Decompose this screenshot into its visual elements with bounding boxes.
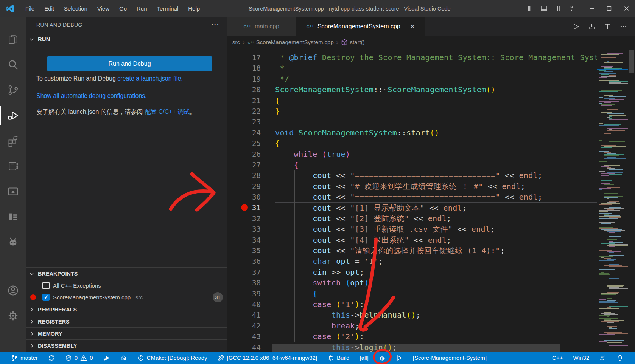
code-line[interactable]: 21{ [227, 95, 635, 106]
activity-notebook[interactable] [0, 154, 26, 178]
code-line[interactable]: 23 [227, 116, 635, 127]
status-kit[interactable]: [GCC 12.2.0 x86_64-w64-mingw32] [218, 355, 317, 361]
line-number[interactable]: 38 [227, 277, 261, 288]
line-number[interactable]: 44 [227, 342, 261, 352]
minimize-button[interactable] [583, 0, 600, 17]
toggle-panel-icon[interactable] [540, 5, 548, 12]
breakpoints-section-header[interactable]: BREAKPOINTS [26, 267, 227, 279]
install-icon[interactable] [588, 23, 596, 31]
line-number[interactable]: 39 [227, 288, 261, 299]
activity-account[interactable] [0, 279, 26, 302]
code-line[interactable]: 31 cout << "[1] 显示帮助文本" << endl; [227, 202, 635, 213]
code-line[interactable]: 20ScoreManagementSystem::~ScoreManagemen… [227, 84, 635, 95]
menu-file[interactable]: File [20, 0, 39, 17]
code-line[interactable]: 26 while (true) [227, 149, 635, 160]
maximize-button[interactable] [600, 0, 618, 17]
line-number[interactable]: 33 [227, 224, 261, 234]
activity-settings-gear[interactable] [0, 304, 26, 327]
code-line[interactable]: 38 switch (opt) [227, 277, 635, 288]
breadcrumb-src[interactable]: src [232, 39, 240, 45]
status-platform[interactable]: Win32 [573, 355, 589, 361]
code-line[interactable]: 24void ScoreManagementSystem::start() [227, 127, 635, 138]
line-number[interactable]: 37 [227, 267, 261, 277]
line-number[interactable]: 21 [227, 95, 261, 106]
tab-main-cpp[interactable]: C⁺⁺main.cpp [227, 17, 296, 36]
breadcrumb[interactable]: src›C⁺⁺ScoreManagementSystem.cpp›start() [227, 36, 635, 48]
more-actions-icon[interactable]: ⋯ [211, 19, 220, 29]
menu-terminal[interactable]: Terminal [152, 0, 184, 17]
code-line[interactable]: 17 * @brief Destroy the Score Management… [227, 52, 635, 63]
split-editor-icon[interactable] [604, 23, 612, 31]
section-disassembly[interactable]: DISASSEMBLY [26, 339, 227, 352]
breakpoint-item[interactable]: ScoreManagementSystem.cppsrc31 [26, 291, 227, 304]
menu-view[interactable]: View [92, 0, 114, 17]
line-number[interactable]: 42 [227, 321, 261, 331]
code-line[interactable]: 30 cout << "============================… [227, 192, 635, 202]
line-number[interactable]: 23 [227, 116, 261, 127]
status-bug-item[interactable] [379, 355, 386, 361]
section-peripherals[interactable]: PERIPHERALS [26, 304, 227, 316]
menu-help[interactable]: Help [183, 0, 205, 17]
code-line[interactable]: 22} [227, 106, 635, 116]
status-debug-launch[interactable] [103, 355, 110, 361]
scrollbar-thumb[interactable] [629, 50, 634, 73]
breakpoint-checkbox[interactable] [42, 282, 50, 289]
horizontal-scrollbar[interactable] [272, 344, 560, 352]
line-number[interactable]: 28 [227, 170, 261, 181]
customize-layout-icon[interactable] [566, 5, 574, 12]
line-number[interactable]: 36 [227, 256, 261, 266]
menu-go[interactable]: Go [114, 0, 132, 17]
code-line[interactable]: 29 cout << "# 欢迎来到学生成绩管理系统 ！ #" << endl; [227, 181, 635, 192]
section-registers[interactable]: REGISTERS [26, 316, 227, 328]
status-home[interactable] [120, 355, 127, 361]
line-number[interactable]: 34 [227, 235, 261, 245]
status-launch-target[interactable]: [Score-Management-System] [413, 355, 487, 361]
code-line[interactable]: 34 cout << "[4] 退出系统" << endl; [227, 235, 635, 245]
status-cmake[interactable]: CMake: [Debug]: Ready [137, 355, 207, 361]
code-line[interactable]: 25{ [227, 138, 635, 149]
code-line[interactable]: 35 cout << "请输入你的选择并按回车键继续 (1-4):"; [227, 245, 635, 256]
activity-run-debug[interactable] [0, 104, 26, 127]
line-number[interactable]: 17 [227, 52, 261, 63]
line-number[interactable]: 40 [227, 299, 261, 310]
line-number[interactable]: 43 [227, 331, 261, 342]
code-line[interactable]: 42 break; [227, 321, 635, 331]
code-line[interactable]: 40 case ('1'): [227, 299, 635, 310]
run-section-header[interactable]: RUN [29, 36, 50, 42]
code-line[interactable]: 19 */ [227, 74, 635, 84]
code-line[interactable]: 37 cin >> opt; [227, 267, 635, 277]
menu-selection[interactable]: Selection [59, 0, 92, 17]
breakpoint-checkbox[interactable] [42, 294, 50, 301]
code-line[interactable]: 43 case ('2'): [227, 331, 635, 342]
line-number[interactable]: 24 [227, 127, 261, 138]
status-problems[interactable]: 00 [65, 355, 93, 361]
tab-scoremanagementsystem-cpp[interactable]: C⁺⁺ScoreManagementSystem.cpp✕ [296, 17, 425, 36]
line-number[interactable]: 18 [227, 63, 261, 73]
line-number[interactable]: 29 [227, 181, 261, 192]
breadcrumb-file[interactable]: C⁺⁺ScoreManagementSystem.cpp [247, 39, 334, 46]
close-button[interactable] [618, 0, 635, 17]
activity-cmake-panel[interactable] [0, 180, 26, 203]
more-actions-icon[interactable] [619, 23, 627, 31]
activity-files[interactable] [0, 28, 26, 51]
line-number[interactable]: 19 [227, 74, 261, 84]
configure-cpp-debug-link[interactable]: 配置 C/C++ 调试 [145, 108, 190, 115]
minimap[interactable] [597, 48, 628, 352]
code-line[interactable]: 28 cout << "============================… [227, 170, 635, 181]
activity-docs-list[interactable] [0, 205, 26, 228]
code-line[interactable]: 33 cout << "[3] 重新读取 .csv 文件" << endl; [227, 224, 635, 234]
status-launch[interactable] [396, 355, 403, 361]
toggle-secondary-sidebar-icon[interactable] [553, 5, 561, 12]
code-line[interactable]: 41 this->helpManual(); [227, 310, 635, 320]
status-branch[interactable]: master [11, 355, 38, 361]
menu-edit[interactable]: Edit [39, 0, 59, 17]
line-number[interactable]: 41 [227, 310, 261, 320]
status-language-mode[interactable]: C++ [552, 355, 563, 361]
line-number[interactable]: 26 [227, 149, 261, 160]
toggle-sidebar-icon[interactable] [527, 5, 535, 12]
code-line[interactable]: 18 * [227, 63, 635, 73]
status-build[interactable]: Build [327, 355, 349, 361]
vertical-scrollbar[interactable] [628, 48, 635, 352]
section-memory[interactable]: MEMORY [26, 327, 227, 339]
show-debug-configs-link[interactable]: Show all automatic debug configurations. [36, 93, 147, 99]
